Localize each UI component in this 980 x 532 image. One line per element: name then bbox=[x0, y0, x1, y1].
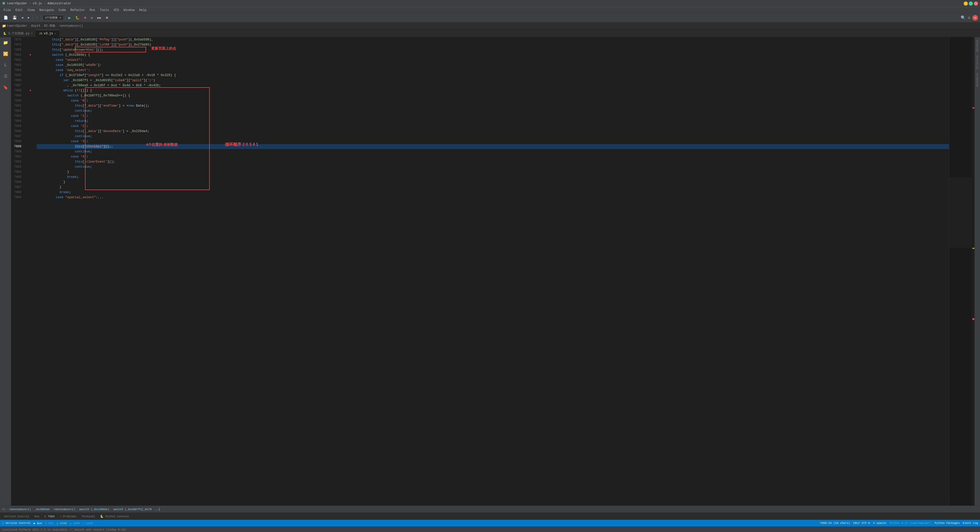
menu-view[interactable]: View bbox=[25, 8, 37, 13]
bc-bottom-switch2[interactable]: switch (_0x1b07f1[_0x70 ...] bbox=[113, 508, 160, 511]
vcs-status[interactable]: ↕ Version Control bbox=[2, 522, 30, 525]
menu-navigate[interactable]: Navigate bbox=[37, 8, 56, 13]
bc-anon[interactable]: <anonymous>() bbox=[59, 24, 83, 28]
python-packages-btn[interactable]: Python Packages bbox=[935, 522, 960, 525]
bottom-tab-python-console[interactable]: 🐍 Python Console bbox=[98, 514, 131, 519]
close-button[interactable] bbox=[974, 2, 978, 6]
event-log-btn[interactable]: Event Log bbox=[963, 522, 978, 525]
status-encoding: CRLF UTF-8 bbox=[853, 522, 870, 525]
run2-button[interactable]: ▶▶ bbox=[96, 15, 103, 21]
code-line-7884: case 'seq_select': bbox=[37, 68, 949, 73]
toolbar-new-file[interactable]: 📄 bbox=[2, 15, 10, 21]
right-tab-database[interactable]: Database bbox=[975, 38, 980, 54]
code-line-7890: case '0': bbox=[37, 98, 949, 103]
code-editor[interactable]: this["_data"][_0x1d0195['Phfbg']]["push"… bbox=[34, 37, 949, 505]
tab-bar: 🐍 3.个别替换.py ✕ JS v3.js ✕ bbox=[0, 30, 980, 37]
py-tab-label: 3.个别替换.py bbox=[8, 31, 30, 36]
sidebar-vcs-icon[interactable]: 🔀 bbox=[1, 49, 10, 59]
code-line-7888: while (!![]]) { bbox=[37, 88, 949, 93]
bc-02[interactable]: 02-替换 bbox=[44, 24, 56, 28]
menu-window[interactable]: Window bbox=[122, 8, 137, 13]
code-line-7891: this["_data"]['endTime'] = +new Date(); bbox=[37, 103, 949, 108]
menu-vcs[interactable]: VCS bbox=[111, 8, 121, 13]
py-tab-icon: 🐍 bbox=[3, 32, 6, 35]
code-line-7907: } bbox=[37, 185, 949, 190]
notification-bar: Localized PyCharm 2021.3.3 is available … bbox=[0, 526, 980, 532]
bottom-panel: Version Control Run E TODO ⚠ Problems Te… bbox=[0, 513, 980, 520]
line-numbers: 7878787978807881788278837884788578867887… bbox=[11, 37, 27, 505]
status-ok: ✓ 1124 bbox=[83, 522, 93, 525]
toolbar-forward[interactable]: ▶ bbox=[26, 15, 31, 20]
code-line-7879: this["_data"][_0x1d0195['LotRA']]["push"… bbox=[37, 42, 949, 47]
sidebar-project-icon[interactable]: 📁 bbox=[1, 38, 10, 47]
bc-bottom-switch1[interactable]: switch (_0x128b5e) bbox=[79, 508, 110, 511]
bc-bottom-anon2[interactable]: <anonymous>() bbox=[53, 508, 75, 511]
code-line-7897: continue; bbox=[37, 134, 949, 139]
menubar: File Edit View Navigate Code Refactor Ru… bbox=[0, 7, 980, 13]
maximize-button[interactable] bbox=[969, 2, 973, 6]
tab-py-file[interactable]: 🐍 3.个别替换.py ✕ bbox=[0, 30, 36, 37]
bottom-tab-run[interactable]: Run bbox=[32, 515, 41, 519]
bc-line-num: 88 bbox=[2, 508, 5, 511]
code-line-7882: case "select": bbox=[37, 57, 949, 63]
py-tab-close-icon[interactable]: ✕ bbox=[31, 32, 33, 35]
code-line-7892: continue; bbox=[37, 108, 949, 113]
replace-count-label: 3个别替换 bbox=[45, 16, 58, 19]
menu-tools[interactable]: Tools bbox=[98, 8, 111, 13]
toolbar-back[interactable]: ◀ bbox=[20, 15, 25, 20]
bc-project[interactable]: LearnSpider bbox=[7, 24, 27, 28]
menu-code[interactable]: Code bbox=[56, 8, 68, 13]
menu-run[interactable]: Run bbox=[88, 8, 97, 13]
run-status[interactable]: ▶ Run bbox=[33, 522, 42, 525]
code-line-7904: } bbox=[37, 170, 949, 175]
code-line-7902: this['clearEvent'](); bbox=[37, 159, 949, 164]
code-line-7878: this["_data"][_0x1d0195['Phfbg']]["push"… bbox=[37, 37, 949, 42]
svg-rect-0 bbox=[949, 178, 974, 248]
stop2-button[interactable]: ■ bbox=[104, 15, 110, 21]
menu-edit[interactable]: Edit bbox=[13, 8, 25, 13]
bc-day14[interactable]: day14 bbox=[31, 24, 40, 28]
code-line-7905: break; bbox=[37, 175, 949, 179]
bottom-tab-problems[interactable]: ⚠ Problems bbox=[57, 514, 78, 519]
menu-refactor[interactable]: Refactor bbox=[68, 8, 87, 13]
code-line-7895: case '2': bbox=[37, 124, 949, 129]
menu-file[interactable]: File bbox=[2, 8, 13, 13]
sidebar-learn-icon[interactable]: L bbox=[1, 60, 10, 70]
bottom-tab-terminal[interactable]: Terminal bbox=[80, 515, 97, 519]
bottom-tab-todo[interactable]: E TODO bbox=[43, 515, 57, 519]
status-errors: ✕ 541 bbox=[45, 522, 53, 525]
bc-bottom-0x3863ee[interactable]: _0x3863ee bbox=[35, 508, 49, 511]
code-line-7909: case "spatial_select":... bbox=[37, 195, 949, 200]
search-toolbar-icon[interactable]: 🔍 bbox=[961, 15, 966, 21]
code-line-7883: case _0x1d0195['wXeDh']: bbox=[37, 63, 949, 68]
user-toolbar-icon[interactable]: A bbox=[972, 15, 978, 21]
run-button[interactable]: ▶ bbox=[67, 15, 73, 21]
js-tab-close-icon[interactable]: ✕ bbox=[54, 32, 56, 35]
stop-button[interactable]: ■ bbox=[83, 15, 88, 21]
rebuild-button[interactable]: ↺ bbox=[89, 15, 94, 21]
bottom-tab-version-control[interactable]: Version Control bbox=[2, 515, 31, 519]
titlebar-title: LearnSpider - v3.js - Administrator bbox=[7, 2, 71, 5]
toolbar-save[interactable]: 💾 bbox=[11, 15, 18, 21]
titlebar: 🕷 LearnSpider - v3.js - Administrator bbox=[0, 0, 980, 7]
replace-count-badge[interactable]: 3个别替换 ▾ bbox=[43, 15, 64, 21]
js-tab-icon: JS bbox=[39, 32, 42, 35]
gutters: ◆◆ bbox=[27, 37, 34, 505]
bc-bottom-anon1[interactable]: <anonymous>() bbox=[9, 508, 31, 511]
menu-help[interactable]: Help bbox=[137, 8, 149, 13]
js-tab-label: v3.js bbox=[44, 32, 53, 35]
right-tab-structure[interactable]: Structure bbox=[975, 54, 980, 71]
right-tab-bookmarks[interactable]: Bookmarks bbox=[975, 71, 980, 88]
minimize-button[interactable] bbox=[964, 2, 968, 6]
status-python[interactable]: Python 3.11 (LearnSpider) bbox=[890, 522, 932, 525]
code-line-7881: switch (_0x128b5e) { bbox=[37, 52, 949, 57]
sidebar-bookmarks-icon[interactable]: 🔖 bbox=[1, 83, 10, 92]
debug-button[interactable]: 🐛 bbox=[74, 15, 81, 21]
status-line-col: 7899:33 (19 chars) bbox=[820, 522, 850, 525]
toolbar-up[interactable]: ↑ bbox=[34, 16, 39, 20]
todo-icon: E bbox=[45, 515, 46, 518]
sidebar-structure-icon[interactable]: ☰ bbox=[1, 72, 10, 81]
settings-toolbar-icon[interactable]: ⚙ bbox=[968, 15, 970, 21]
code-line-7906: } bbox=[37, 179, 949, 185]
tab-js-file[interactable]: JS v3.js ✕ bbox=[36, 30, 59, 37]
